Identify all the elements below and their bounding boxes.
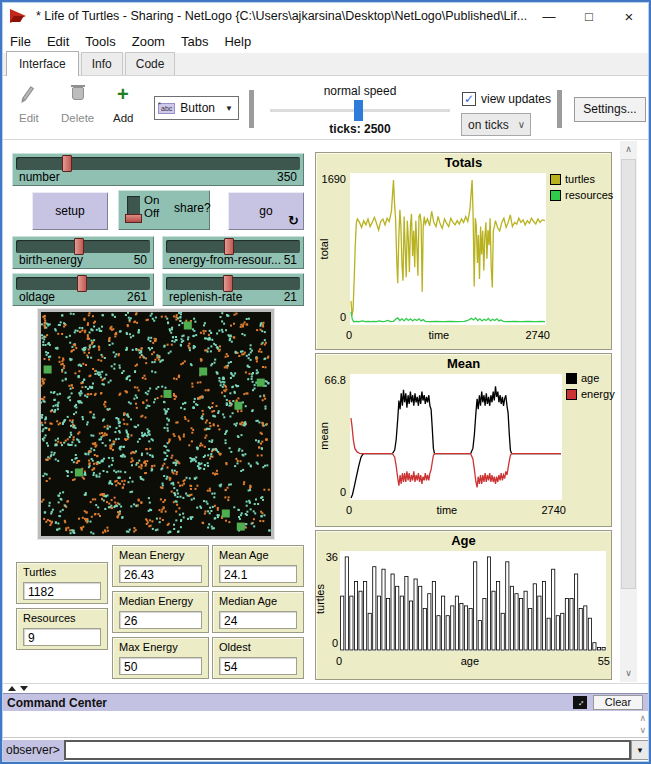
monitor-median-age-value: 24 [219,611,297,629]
scroll-down-icon[interactable]: ∨ [620,665,637,682]
splitter-down-icon[interactable] [20,686,28,691]
command-history-dropdown[interactable]: ▼ [631,740,649,760]
slider-birth-energy-track[interactable] [16,240,150,253]
widget-type-value: Button [180,101,215,115]
minimize-button[interactable]: — [529,2,569,30]
monitor-oldest-label: Oldest [219,641,251,653]
title-bar[interactable]: * Life of Turtles - Sharing - NetLogo {C… [2,2,649,30]
monitor-resources-value: 9 [23,628,101,646]
go-button-label: go [259,204,272,218]
go-button[interactable]: go ↻ [228,192,304,230]
switch-on-label: On [144,194,159,206]
close-button[interactable]: × [609,2,649,30]
expand-glyph: ↔ [572,695,588,711]
widget-type-select[interactable]: abc Button ▼ [154,96,239,120]
slider-energy-from-resource-track[interactable] [166,240,300,253]
plot-age-xlabel: age [461,655,479,667]
monitor-mean-age: Mean Age 24.1 [212,545,304,587]
toolbar-separator-2 [557,90,562,128]
menu-tabs[interactable]: Tabs [173,31,216,52]
add-button[interactable]: Add [113,112,133,124]
monitor-max-energy-label: Max Energy [119,641,178,653]
command-output[interactable]: ∧ ∨ [2,711,649,738]
view-updates-checkbox[interactable]: ✓ [462,92,476,106]
menu-bar: File Edit Tools Zoom Tabs Help [2,30,649,53]
slider-number-value: 350 [277,170,297,184]
menu-edit[interactable]: Edit [39,31,77,52]
ticks-counter: ticks: 2500 [264,122,456,136]
plot-totals-canvas [350,173,546,325]
monitor-median-energy: Median Energy 26 [112,591,209,633]
legend-label-resources: resources [565,189,613,201]
slider-energy-from-resource[interactable]: energy-from-resour... 51 [162,236,304,269]
slider-birth-energy[interactable]: birth-energy 50 [12,236,154,269]
view-updates-label: view updates [481,92,551,106]
plot-age-ymin: 0 [310,637,338,649]
scroll-up-icon[interactable]: ∧ [620,141,637,158]
update-mode-select[interactable]: on ticks ∨ [461,113,531,136]
world-view[interactable] [38,309,274,539]
tab-bar: Interface Info Code [2,53,649,76]
plot-mean-legend: age energy [566,372,615,404]
menu-file[interactable]: File [2,31,39,52]
menu-tools[interactable]: Tools [77,31,123,52]
slider-oldage-thumb[interactable] [77,275,87,292]
edit-button[interactable]: Edit [19,112,39,124]
slider-oldage-track[interactable] [16,277,150,290]
plot-age-ymax: 36 [310,551,338,563]
splitter-up-icon[interactable] [8,686,16,691]
slider-replenish-rate-label: replenish-rate [169,290,242,304]
legend-swatch-resources [550,190,561,201]
slider-number-thumb[interactable] [62,155,72,172]
forever-icon: ↻ [288,215,299,227]
plot-age-xmax: 55 [598,655,610,667]
slider-oldage[interactable]: oldage 261 [12,273,154,306]
command-center-splitter[interactable] [2,683,649,693]
command-input[interactable] [64,740,631,760]
edit-pencil-icon [22,86,34,101]
toolbar-separator [249,90,254,128]
tab-code[interactable]: Code [125,52,176,75]
output-scroll-down-icon[interactable]: ∨ [639,725,646,735]
output-scroll-up-icon[interactable]: ∧ [639,713,646,723]
plot-age-canvas [340,551,606,651]
plot-mean-area [350,374,562,500]
setup-button[interactable]: setup [32,192,108,230]
slider-number-label: number [19,170,60,184]
slider-replenish-rate-track[interactable] [166,277,300,290]
slider-replenish-rate[interactable]: replenish-rate 21 [162,273,304,306]
clear-button[interactable]: Clear [593,695,643,710]
window-title: * Life of Turtles - Sharing - NetLogo {C… [36,9,527,23]
netlogo-window: * Life of Turtles - Sharing - NetLogo {C… [0,0,651,764]
slider-number[interactable]: number 350 [12,153,304,186]
delete-button[interactable]: Delete [61,112,94,124]
share-switch-knob[interactable] [125,214,142,223]
speed-slider-thumb[interactable] [354,100,363,121]
settings-button[interactable]: Settings... [574,97,646,122]
plot-mean-ymin: 0 [318,486,346,498]
slider-energy-from-resource-value: 51 [284,253,297,267]
scrollbar-thumb[interactable] [621,159,636,589]
menu-zoom[interactable]: Zoom [124,31,173,52]
share-switch[interactable]: On Off share? [118,190,210,230]
monitor-resources: Resources 9 [16,608,108,650]
legend-swatch-energy [566,389,577,400]
chevron-down-icon: ∨ [518,119,525,130]
plot-age-ylabel: turtles [314,579,326,619]
add-plus-icon: + [117,86,129,102]
expand-icon[interactable]: ↔ [573,696,587,709]
tab-interface[interactable]: Interface [6,51,79,76]
plot-age-title: Age [316,533,611,548]
plot-mean-title: Mean [316,356,611,371]
share-switch-slot[interactable] [127,196,140,222]
interface-scrollbar[interactable]: ∧ ∨ [620,141,637,682]
interface-toolbar: Edit Delete + Add abc Button ▼ normal sp… [2,76,649,140]
setup-button-label: setup [55,204,84,218]
button-widget-icon: abc [158,103,175,114]
menu-help[interactable]: Help [216,31,259,52]
tab-info[interactable]: Info [81,52,123,75]
maximize-button[interactable]: □ [569,2,609,30]
monitor-median-age-label: Median Age [219,595,277,607]
slider-number-track[interactable] [16,157,300,170]
plot-totals-xmin: 0 [346,329,352,341]
